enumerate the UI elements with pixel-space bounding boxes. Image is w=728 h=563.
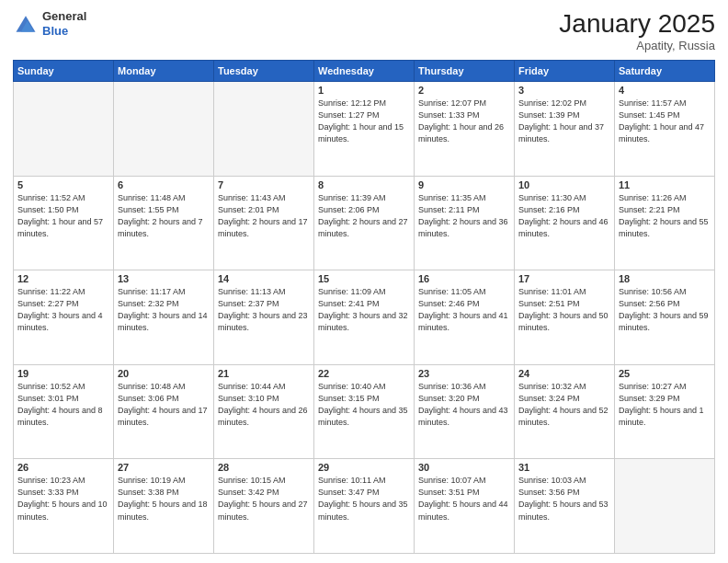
day-detail: Sunrise: 10:15 AM Sunset: 3:42 PM Daylig… [218, 475, 310, 523]
calendar-cell: 10Sunrise: 11:30 AM Sunset: 2:16 PM Dayl… [515, 176, 615, 270]
day-number: 26 [17, 462, 109, 473]
calendar-cell: 28Sunrise: 10:15 AM Sunset: 3:42 PM Dayl… [214, 459, 314, 554]
col-header-saturday: Saturday [615, 61, 715, 82]
day-detail: Sunrise: 11:48 AM Sunset: 1:55 PM Daylig… [118, 192, 210, 240]
week-row-2: 12Sunrise: 11:22 AM Sunset: 2:27 PM Dayl… [14, 270, 715, 365]
day-number: 25 [619, 368, 711, 379]
day-detail: Sunrise: 11:26 AM Sunset: 2:21 PM Daylig… [619, 192, 711, 240]
week-row-0: 1Sunrise: 12:12 PM Sunset: 1:27 PM Dayli… [14, 82, 715, 177]
calendar-cell: 30Sunrise: 10:07 AM Sunset: 3:51 PM Dayl… [415, 459, 515, 554]
day-number: 1 [318, 85, 410, 96]
day-detail: Sunrise: 11:30 AM Sunset: 2:16 PM Daylig… [518, 192, 610, 240]
day-detail: Sunrise: 10:36 AM Sunset: 3:20 PM Daylig… [418, 381, 510, 429]
day-detail: Sunrise: 12:12 PM Sunset: 1:27 PM Daylig… [318, 98, 410, 145]
calendar-cell: 26Sunrise: 10:23 AM Sunset: 3:33 PM Dayl… [14, 459, 114, 554]
col-header-monday: Monday [114, 61, 214, 82]
calendar-location: Apatity, Russia [559, 39, 715, 52]
day-number: 20 [118, 368, 210, 379]
calendar-cell: 3Sunrise: 12:02 PM Sunset: 1:39 PM Dayli… [515, 82, 615, 177]
calendar-cell: 12Sunrise: 11:22 AM Sunset: 2:27 PM Dayl… [14, 270, 114, 365]
calendar-cell: 27Sunrise: 10:19 AM Sunset: 3:38 PM Dayl… [114, 459, 214, 554]
day-number: 28 [218, 462, 310, 473]
day-detail: Sunrise: 11:22 AM Sunset: 2:27 PM Daylig… [17, 286, 109, 334]
day-detail: Sunrise: 10:44 AM Sunset: 3:10 PM Daylig… [218, 381, 310, 429]
calendar-cell: 16Sunrise: 11:05 AM Sunset: 2:46 PM Dayl… [415, 270, 515, 365]
calendar-cell: 14Sunrise: 11:13 AM Sunset: 2:37 PM Dayl… [214, 270, 314, 365]
calendar-cell: 15Sunrise: 11:09 AM Sunset: 2:41 PM Dayl… [314, 270, 415, 365]
day-number: 9 [418, 179, 510, 190]
day-number: 23 [418, 368, 510, 379]
day-detail: Sunrise: 12:02 PM Sunset: 1:39 PM Daylig… [518, 98, 610, 145]
logo: General Blue [13, 9, 86, 38]
day-detail: Sunrise: 11:52 AM Sunset: 1:50 PM Daylig… [17, 192, 109, 240]
title-block: January 2025 Apatity, Russia [559, 9, 715, 52]
calendar-cell: 1Sunrise: 12:12 PM Sunset: 1:27 PM Dayli… [314, 82, 415, 177]
week-row-4: 26Sunrise: 10:23 AM Sunset: 3:33 PM Dayl… [14, 459, 715, 554]
day-number: 3 [518, 85, 610, 96]
day-detail: Sunrise: 12:07 PM Sunset: 1:33 PM Daylig… [418, 98, 510, 145]
calendar-cell: 29Sunrise: 10:11 AM Sunset: 3:47 PM Dayl… [314, 459, 415, 554]
day-number: 21 [218, 368, 310, 379]
day-detail: Sunrise: 10:27 AM Sunset: 3:29 PM Daylig… [619, 381, 711, 429]
calendar-cell: 11Sunrise: 11:26 AM Sunset: 2:21 PM Dayl… [615, 176, 715, 270]
day-detail: Sunrise: 11:13 AM Sunset: 2:37 PM Daylig… [218, 286, 310, 334]
calendar-cell: 20Sunrise: 10:48 AM Sunset: 3:06 PM Dayl… [114, 364, 214, 459]
logo-icon [13, 11, 39, 37]
day-number: 8 [318, 179, 410, 190]
calendar-cell: 6Sunrise: 11:48 AM Sunset: 1:55 PM Dayli… [114, 176, 214, 270]
day-detail: Sunrise: 11:17 AM Sunset: 2:32 PM Daylig… [118, 286, 210, 334]
logo-blue-text: Blue [42, 24, 86, 39]
calendar-cell: 2Sunrise: 12:07 PM Sunset: 1:33 PM Dayli… [415, 82, 515, 177]
day-detail: Sunrise: 10:52 AM Sunset: 3:01 PM Daylig… [17, 381, 109, 429]
calendar-table: SundayMondayTuesdayWednesdayThursdayFrid… [13, 60, 715, 554]
calendar-cell: 5Sunrise: 11:52 AM Sunset: 1:50 PM Dayli… [14, 176, 114, 270]
week-row-1: 5Sunrise: 11:52 AM Sunset: 1:50 PM Dayli… [14, 176, 715, 270]
calendar-title: January 2025 [559, 9, 715, 39]
day-number: 14 [218, 273, 310, 284]
col-header-thursday: Thursday [415, 61, 515, 82]
day-detail: Sunrise: 10:32 AM Sunset: 3:24 PM Daylig… [518, 381, 610, 429]
day-detail: Sunrise: 10:11 AM Sunset: 3:47 PM Daylig… [318, 475, 410, 523]
calendar-cell: 24Sunrise: 10:32 AM Sunset: 3:24 PM Dayl… [515, 364, 615, 459]
calendar-cell [615, 459, 715, 554]
day-detail: Sunrise: 10:23 AM Sunset: 3:33 PM Daylig… [17, 475, 109, 523]
day-detail: Sunrise: 11:35 AM Sunset: 2:11 PM Daylig… [418, 192, 510, 240]
calendar-cell: 31Sunrise: 10:03 AM Sunset: 3:56 PM Dayl… [515, 459, 615, 554]
day-detail: Sunrise: 10:40 AM Sunset: 3:15 PM Daylig… [318, 381, 410, 429]
col-header-wednesday: Wednesday [314, 61, 415, 82]
day-number: 4 [619, 85, 711, 96]
day-detail: Sunrise: 10:07 AM Sunset: 3:51 PM Daylig… [418, 475, 510, 523]
day-number: 12 [17, 273, 109, 284]
day-number: 2 [418, 85, 510, 96]
day-number: 7 [218, 179, 310, 190]
calendar-cell [214, 82, 314, 177]
day-number: 29 [318, 462, 410, 473]
day-detail: Sunrise: 10:19 AM Sunset: 3:38 PM Daylig… [118, 475, 210, 523]
day-number: 22 [318, 368, 410, 379]
calendar-cell: 25Sunrise: 10:27 AM Sunset: 3:29 PM Dayl… [615, 364, 715, 459]
day-number: 10 [518, 179, 610, 190]
col-header-tuesday: Tuesday [214, 61, 314, 82]
day-number: 5 [17, 179, 109, 190]
calendar-cell: 4Sunrise: 11:57 AM Sunset: 1:45 PM Dayli… [615, 82, 715, 177]
calendar-cell: 21Sunrise: 10:44 AM Sunset: 3:10 PM Dayl… [214, 364, 314, 459]
day-detail: Sunrise: 11:01 AM Sunset: 2:51 PM Daylig… [518, 286, 610, 334]
day-number: 11 [619, 179, 711, 190]
calendar-cell: 7Sunrise: 11:43 AM Sunset: 2:01 PM Dayli… [214, 176, 314, 270]
day-detail: Sunrise: 11:05 AM Sunset: 2:46 PM Daylig… [418, 286, 510, 334]
day-detail: Sunrise: 11:43 AM Sunset: 2:01 PM Daylig… [218, 192, 310, 240]
day-number: 6 [118, 179, 210, 190]
logo-text: General Blue [42, 9, 86, 38]
calendar-cell: 19Sunrise: 10:52 AM Sunset: 3:01 PM Dayl… [14, 364, 114, 459]
calendar-cell: 9Sunrise: 11:35 AM Sunset: 2:11 PM Dayli… [415, 176, 515, 270]
calendar-cell: 23Sunrise: 10:36 AM Sunset: 3:20 PM Dayl… [415, 364, 515, 459]
day-number: 16 [418, 273, 510, 284]
day-number: 31 [518, 462, 610, 473]
day-detail: Sunrise: 11:09 AM Sunset: 2:41 PM Daylig… [318, 286, 410, 334]
day-number: 18 [619, 273, 711, 284]
header: General Blue January 2025 Apatity, Russi… [13, 9, 715, 52]
day-number: 19 [17, 368, 109, 379]
day-detail: Sunrise: 10:56 AM Sunset: 2:56 PM Daylig… [619, 286, 711, 334]
day-number: 13 [118, 273, 210, 284]
week-row-3: 19Sunrise: 10:52 AM Sunset: 3:01 PM Dayl… [14, 364, 715, 459]
